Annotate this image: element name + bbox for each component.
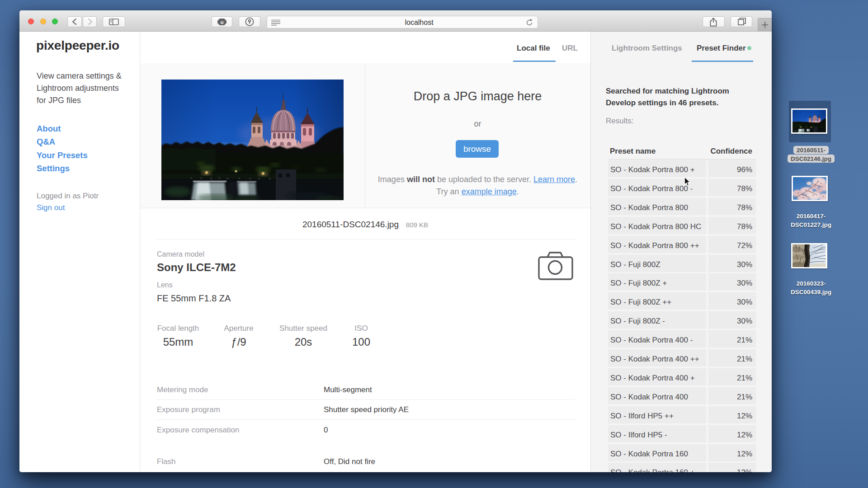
svg-text:u: u bbox=[221, 19, 224, 25]
